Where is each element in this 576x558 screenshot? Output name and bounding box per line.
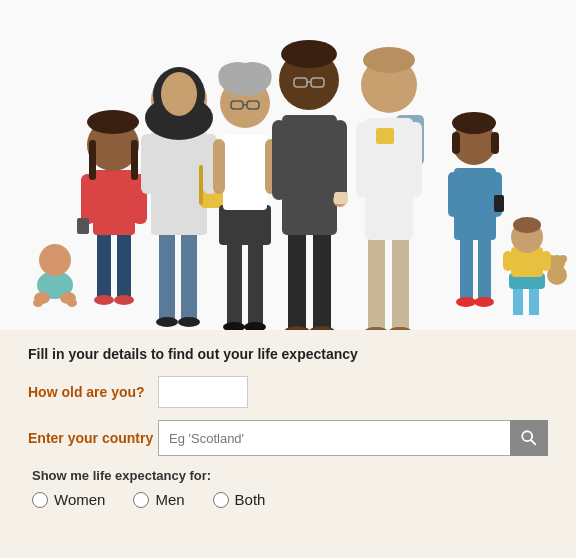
svg-rect-53	[334, 192, 348, 204]
svg-point-72	[456, 297, 476, 307]
form-title: Fill in your details to find out your li…	[28, 346, 548, 362]
svg-rect-26	[141, 134, 155, 194]
svg-rect-51	[333, 120, 347, 200]
radio-item-women[interactable]: Women	[32, 491, 105, 508]
svg-rect-14	[77, 218, 89, 234]
svg-rect-25	[199, 165, 203, 205]
svg-rect-37	[223, 135, 267, 210]
svg-rect-75	[448, 172, 458, 217]
svg-point-22	[178, 317, 200, 327]
svg-rect-20	[181, 230, 197, 320]
svg-rect-70	[460, 235, 473, 300]
svg-point-89	[559, 255, 567, 263]
illustration-area	[0, 0, 576, 330]
age-input[interactable]	[158, 376, 248, 408]
svg-point-21	[156, 317, 178, 327]
search-icon	[520, 429, 538, 447]
svg-point-58	[281, 40, 337, 68]
svg-point-79	[452, 112, 496, 134]
radio-men[interactable]	[133, 492, 149, 508]
svg-point-69	[363, 47, 415, 73]
country-label: Enter your country	[28, 430, 158, 446]
svg-rect-8	[117, 230, 131, 300]
svg-rect-33	[248, 240, 263, 325]
svg-rect-71	[478, 235, 491, 300]
svg-point-16	[87, 110, 139, 134]
svg-rect-61	[392, 235, 409, 330]
svg-rect-66	[409, 122, 422, 197]
svg-rect-46	[313, 230, 331, 330]
svg-rect-7	[97, 230, 111, 300]
svg-rect-23	[151, 130, 207, 235]
country-input[interactable]	[158, 420, 510, 456]
svg-rect-74	[454, 168, 496, 240]
age-row: How old are you?	[28, 376, 548, 408]
svg-rect-12	[81, 174, 95, 224]
svg-rect-38	[213, 139, 225, 194]
svg-rect-67	[376, 128, 394, 144]
radio-item-both[interactable]: Both	[213, 491, 266, 508]
radio-row: Women Men Both	[32, 491, 548, 508]
svg-point-31	[161, 72, 197, 116]
svg-point-93	[513, 217, 541, 233]
svg-rect-17	[89, 140, 96, 180]
svg-point-10	[114, 295, 134, 305]
country-row: Enter your country	[28, 420, 548, 456]
svg-rect-32	[227, 240, 242, 325]
form-area: Fill in your details to find out your li…	[0, 330, 576, 520]
svg-rect-60	[368, 235, 385, 330]
svg-point-9	[94, 295, 114, 305]
svg-point-73	[474, 297, 494, 307]
radio-both[interactable]	[213, 492, 229, 508]
radio-women[interactable]	[32, 492, 48, 508]
svg-rect-36	[219, 205, 271, 245]
svg-rect-18	[131, 140, 138, 180]
radio-men-label: Men	[155, 491, 184, 508]
svg-rect-11	[93, 170, 135, 235]
svg-rect-19	[159, 230, 175, 320]
country-input-wrap	[158, 420, 548, 456]
svg-rect-91	[541, 251, 551, 271]
svg-rect-90	[503, 251, 513, 271]
svg-point-5	[33, 299, 43, 307]
svg-rect-81	[491, 132, 499, 154]
svg-rect-77	[494, 195, 504, 212]
age-label: How old are you?	[28, 384, 158, 400]
svg-rect-80	[452, 132, 460, 154]
svg-rect-45	[288, 230, 306, 330]
radio-women-label: Women	[54, 491, 105, 508]
radio-item-men[interactable]: Men	[133, 491, 184, 508]
country-search-button[interactable]	[510, 420, 548, 456]
svg-point-2	[39, 244, 71, 276]
svg-point-6	[67, 299, 77, 307]
svg-rect-65	[356, 122, 369, 197]
radio-section-label: Show me life expectancy for:	[32, 468, 548, 483]
radio-section: Show me life expectancy for: Women Men B…	[28, 468, 548, 508]
svg-rect-50	[272, 120, 286, 200]
svg-rect-49	[282, 115, 337, 235]
radio-both-label: Both	[235, 491, 266, 508]
svg-line-95	[531, 440, 535, 444]
